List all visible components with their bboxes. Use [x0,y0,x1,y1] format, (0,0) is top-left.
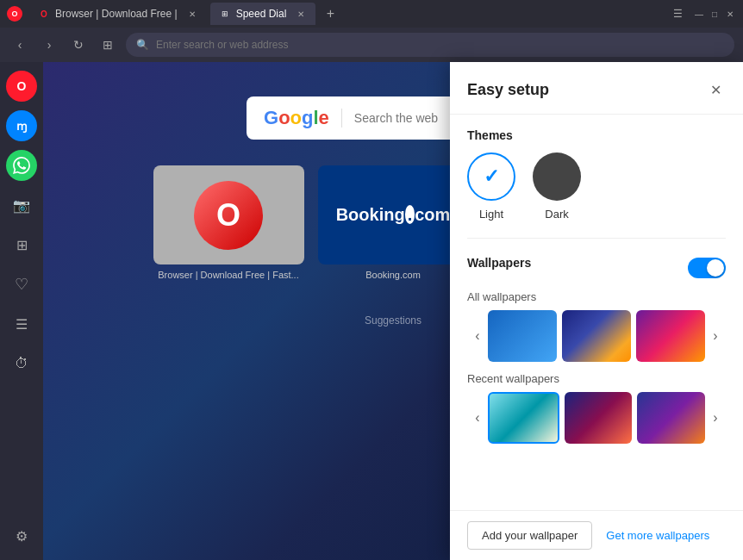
opera-browser-icon: O [7,6,22,22]
divider [341,109,342,128]
sidebar-icon-apps[interactable]: ⊞ [6,229,37,260]
all-wallpapers-group: All wallpapers ‹ › [467,290,726,362]
easy-setup-panel: Easy setup ✕ Themes ✓ Light [450,62,743,560]
carousel-next-all[interactable]: › [705,326,726,346]
carousel-next-recent[interactable]: › [705,408,726,428]
tab-speed-dial[interactable]: ⊞ Speed Dial ✕ [210,3,316,25]
new-tab-button[interactable]: + [319,3,341,25]
dial-item-opera[interactable]: O Browser | Download Free | Fast... [153,165,304,280]
maximize-button[interactable]: □ [709,8,721,20]
light-theme-checkmark: ✓ [484,165,499,188]
dial-label-opera: Browser | Download Free | Fast... [158,270,298,280]
tab2-close[interactable]: ✕ [295,8,307,20]
all-wallpaper-items [488,310,705,362]
close-button[interactable]: ✕ [724,8,736,20]
tab-area: O O Browser | Download Free | ✕ ⊞ Speed … [7,3,670,25]
dial-label-booking: Booking.com [365,270,421,280]
dial-thumb-booking: Booking.com [318,165,469,264]
refresh-button[interactable]: ↻ [67,34,90,56]
wallpaper-thumb-5[interactable] [565,392,633,444]
forward-button[interactable]: › [38,34,60,56]
search-icon: 🔍 [136,39,149,51]
carousel-prev-recent[interactable]: ‹ [467,408,488,428]
address-bar[interactable]: 🔍 [126,33,734,57]
suggestions-text: Suggestions [365,314,421,327]
tab1-close[interactable]: ✕ [186,8,198,20]
wallpapers-section-title: Wallpapers [467,256,531,270]
wallpapers-header: Wallpapers [467,256,726,280]
toolbar: ‹ › ↻ ⊞ 🔍 [0,28,743,62]
panel-close-button[interactable]: ✕ [705,79,726,100]
google-logo: Google [264,107,329,129]
tab1-label: Browser | Download Free | [55,8,178,20]
theme-label-light: Light [479,208,503,221]
sidebar-icon-whatsapp[interactable] [6,150,37,181]
all-wallpapers-carousel: ‹ › [467,310,726,362]
tab2-icon: ⊞ [219,8,231,20]
panel-header: Easy setup ✕ [450,62,743,115]
booking-logo-text: Booking.com [336,205,451,225]
title-bar: O O Browser | Download Free | ✕ ⊞ Speed … [0,0,743,28]
minimize-button[interactable]: — [693,8,705,20]
recent-wallpaper-items [488,392,705,444]
toggle-knob [707,259,724,277]
wallpaper-thumb-2[interactable] [562,310,631,362]
carousel-prev-all[interactable]: ‹ [467,326,488,346]
panel-title: Easy setup [467,81,549,99]
theme-circle-light[interactable]: ✓ [467,152,515,201]
all-wallpapers-label: All wallpapers [467,290,726,303]
sidebar-icon-messenger[interactable]: ɱ [6,110,37,141]
grid-view-button[interactable]: ⊞ [97,34,119,56]
recent-wallpapers-label: Recent wallpapers [467,372,726,385]
address-input[interactable] [156,39,724,51]
sidebar-icon-history[interactable]: ⏱ [6,348,37,379]
back-button[interactable]: ‹ [9,34,31,56]
separator1 [467,238,726,239]
wallpaper-thumb-4[interactable] [488,392,559,444]
main-area: O ɱ 📷 ⊞ ♡ ☰ ⏱ ⚙ Google [0,62,743,560]
wallpaper-thumb-3[interactable] [636,310,705,362]
wallpapers-toggle[interactable] [688,258,726,278]
wallpapers-section: Wallpapers All wallpapers ‹ [467,256,726,444]
theme-option-light[interactable]: ✓ Light [467,152,515,221]
recent-wallpapers-carousel: ‹ › [467,392,726,444]
settings-icon[interactable]: ☰ [673,8,683,20]
panel-body: Themes ✓ Light Dark [450,115,743,457]
recent-wallpapers-group: Recent wallpapers ‹ › [467,372,726,444]
sidebar-icon-favorites[interactable]: ♡ [6,269,37,300]
tab1-icon: O [38,8,50,20]
tab-browser[interactable]: O Browser | Download Free | ✕ [29,3,207,25]
theme-option-dark[interactable]: Dark [533,152,581,221]
wallpaper-thumb-1[interactable] [488,310,557,362]
themes-section: Themes ✓ Light Dark [467,128,726,221]
tab2-label: Speed Dial [236,8,287,20]
get-more-wallpapers-link[interactable]: Get more wallpapers [606,529,709,542]
wallpaper-thumb-6[interactable] [637,392,705,444]
theme-options: ✓ Light Dark [467,152,726,221]
dial-thumb-opera: O [153,165,304,264]
themes-section-title: Themes [467,128,726,142]
add-wallpaper-button[interactable]: Add your wallpaper [467,521,592,550]
sidebar-icon-settings[interactable]: ⚙ [6,520,37,551]
sidebar-icon-camera[interactable]: 📷 [6,190,37,221]
sidebar: O ɱ 📷 ⊞ ♡ ☰ ⏱ ⚙ [0,62,43,560]
theme-circle-dark[interactable] [533,152,581,201]
dial-item-booking[interactable]: Booking.com Booking.com [318,165,469,280]
window-controls: — □ ✕ [693,8,736,20]
opera-logo-large: O [194,181,263,250]
sidebar-icon-opera[interactable]: O [6,71,37,102]
panel-footer: Add your wallpaper Get more wallpapers [450,510,743,560]
theme-label-dark: Dark [545,208,568,221]
sidebar-icon-reading-list[interactable]: ☰ [6,308,37,339]
